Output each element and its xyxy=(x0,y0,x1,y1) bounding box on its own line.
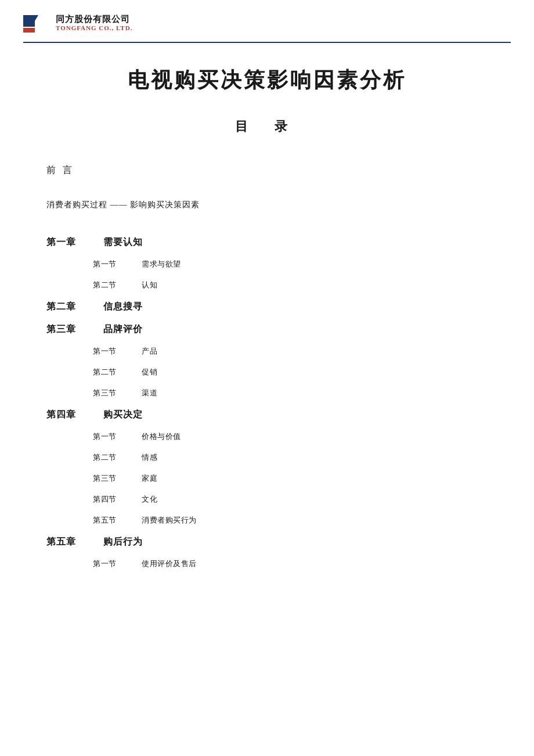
header-divider xyxy=(23,42,511,43)
chapter-4-heading: 第四章 购买决定 xyxy=(46,409,488,421)
svg-rect-1 xyxy=(23,28,35,33)
section-1-2-title: 认知 xyxy=(142,280,157,290)
section-3-1: 第一节 产品 xyxy=(46,346,488,357)
chapter-group-5: 第五章 购后行为 第一节 使用评价及售后 xyxy=(46,536,488,569)
chapter-group-3: 第三章 品牌评价 第一节 产品 第二节 促销 第三节 渠道 xyxy=(46,323,488,398)
section-4-2-label: 第二节 xyxy=(93,452,128,463)
chapter-3-heading: 第三章 品牌评价 xyxy=(46,323,488,336)
section-4-5-title: 消费者购买行为 xyxy=(142,515,197,525)
header: 同方股份有限公司 TONGFANG CO., LTD. xyxy=(0,0,534,42)
section-4-2: 第二节 情感 xyxy=(46,452,488,463)
section-1-2: 第二节 认知 xyxy=(46,280,488,290)
section-4-1-title: 价格与价值 xyxy=(142,431,181,442)
chapter-2-title: 信息搜寻 xyxy=(103,301,143,313)
section-5-1-label: 第一节 xyxy=(93,559,128,569)
section-3-3-label: 第三节 xyxy=(93,388,128,398)
chapter-4-label: 第四章 xyxy=(46,409,87,421)
chapter-3-label: 第三章 xyxy=(46,323,87,336)
chapter-4-title: 购买决定 xyxy=(103,409,143,421)
page: 同方股份有限公司 TONGFANG CO., LTD. 电视购买决策影响因素分析… xyxy=(0,0,534,756)
logo-text: 同方股份有限公司 TONGFANG CO., LTD. xyxy=(56,14,132,32)
section-3-2: 第二节 促销 xyxy=(46,367,488,377)
chapter-1-title: 需要认知 xyxy=(103,236,143,249)
section-1-1: 第一节 需求与欲望 xyxy=(46,259,488,269)
logo-company-en: TONGFANG CO., LTD. xyxy=(56,24,132,32)
main-title: 电视购买决策影响因素分析 xyxy=(0,66,534,95)
chapter-2-label: 第二章 xyxy=(46,301,87,313)
section-4-1-label: 第一节 xyxy=(93,431,128,442)
section-4-3-label: 第三节 xyxy=(93,473,128,484)
content-area: 前 言 消费者购买过程 —— 影响购买决策因素 第一章 需要认知 第一节 需求与… xyxy=(0,164,534,569)
chapter-group-1: 第一章 需要认知 第一节 需求与欲望 第二节 认知 xyxy=(46,236,488,290)
section-3-2-label: 第二节 xyxy=(93,367,128,377)
process-line: 消费者购买过程 —— 影响购买决策因素 xyxy=(46,200,488,210)
chapter-1-label: 第一章 xyxy=(46,236,87,249)
section-4-4-title: 文化 xyxy=(142,494,157,505)
chapter-3-title: 品牌评价 xyxy=(103,323,143,336)
section-4-5: 第五节 消费者购买行为 xyxy=(46,515,488,525)
section-3-1-label: 第一节 xyxy=(93,346,128,357)
chapter-group-2: 第二章 信息搜寻 xyxy=(46,301,488,313)
chapter-5-title: 购后行为 xyxy=(103,536,143,548)
section-1-1-label: 第一节 xyxy=(93,259,128,269)
section-3-3-title: 渠道 xyxy=(142,388,157,398)
section-4-4: 第四节 文化 xyxy=(46,494,488,505)
section-3-3: 第三节 渠道 xyxy=(46,388,488,398)
logo-company-cn: 同方股份有限公司 xyxy=(56,14,132,24)
toc-heading: 目 录 xyxy=(0,118,534,135)
section-5-1: 第一节 使用评价及售后 xyxy=(46,559,488,569)
section-1-1-title: 需求与欲望 xyxy=(142,259,181,269)
section-1-2-label: 第二节 xyxy=(93,280,128,290)
section-4-5-label: 第五节 xyxy=(93,515,128,525)
chapter-1-heading: 第一章 需要认知 xyxy=(46,236,488,249)
section-4-3: 第三节 家庭 xyxy=(46,473,488,484)
chapter-2-heading: 第二章 信息搜寻 xyxy=(46,301,488,313)
chapter-5-heading: 第五章 购后行为 xyxy=(46,536,488,548)
preface-item: 前 言 xyxy=(46,164,488,177)
section-4-3-title: 家庭 xyxy=(142,473,157,484)
section-3-2-title: 促销 xyxy=(142,367,157,377)
section-4-4-label: 第四节 xyxy=(93,494,128,505)
company-logo-icon xyxy=(23,10,49,36)
section-4-2-title: 情感 xyxy=(142,452,157,463)
section-3-1-title: 产品 xyxy=(142,346,157,357)
chapter-group-4: 第四章 购买决定 第一节 价格与价值 第二节 情感 第三节 家庭 第四节 文化 … xyxy=(46,409,488,525)
chapter-5-label: 第五章 xyxy=(46,536,87,548)
section-5-1-title: 使用评价及售后 xyxy=(142,559,197,569)
section-4-1: 第一节 价格与价值 xyxy=(46,431,488,442)
